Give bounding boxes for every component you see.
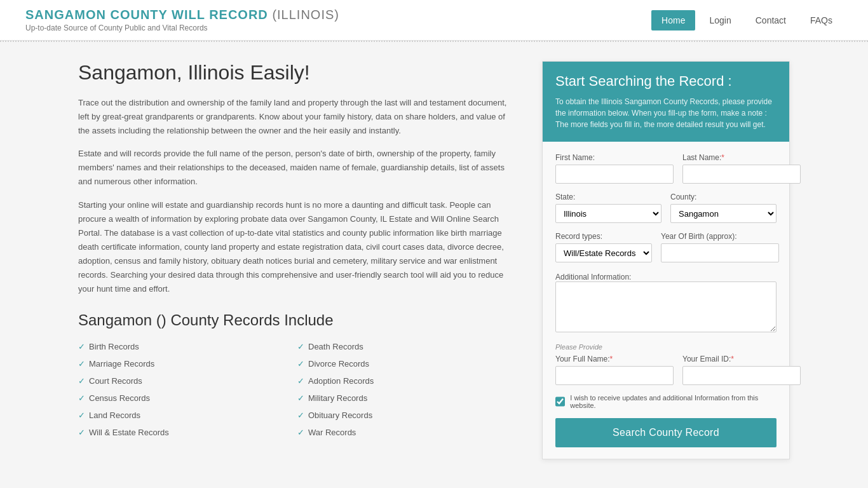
email-label: Your Email ID:*	[682, 355, 801, 363]
records-heading: Sangamon () County Records Include	[78, 311, 517, 329]
list-item: ✓ Adoption Records	[297, 374, 517, 388]
nav-contact[interactable]: Contact	[745, 10, 796, 30]
year-birth-label: Year Of Birth (approx):	[661, 232, 779, 241]
search-panel: Start Searching the Record : To obtain t…	[542, 61, 790, 459]
list-item: ✓ Death Records	[297, 339, 517, 354]
state-county-row: State: Illinois Indiana Iowa Kansas Coun…	[555, 193, 776, 223]
check-icon: ✓	[297, 428, 304, 437]
check-icon: ✓	[78, 359, 85, 369]
first-name-input[interactable]	[555, 165, 674, 184]
search-county-record-button[interactable]: Search County Record	[555, 418, 776, 447]
state-select[interactable]: Illinois Indiana Iowa Kansas	[555, 204, 661, 223]
body-para3: Starting your online will estate and gua…	[78, 198, 517, 297]
search-panel-body: First Name: Last Name:* State: Illinois …	[543, 142, 789, 459]
nav-faqs[interactable]: FAQs	[800, 10, 843, 30]
year-birth-input[interactable]	[661, 243, 779, 262]
additional-group: Additional Information:	[555, 271, 776, 334]
last-name-group: Last Name:*	[682, 153, 801, 184]
newsletter-checkbox[interactable]	[555, 396, 565, 407]
check-icon: ✓	[78, 428, 85, 437]
list-item: ✓ War Records	[297, 425, 517, 440]
record-year-row: Record types: Will/Estate Records Birth …	[555, 232, 776, 262]
list-item: ✓ Land Records	[78, 408, 297, 423]
record-types-group: Record types: Will/Estate Records Birth …	[555, 232, 652, 262]
main-container: Sangamon, Illinois Easily! Trace out the…	[53, 42, 815, 478]
search-panel-title: Start Searching the Record :	[555, 73, 776, 90]
check-icon: ✓	[78, 376, 85, 386]
list-item: ✓ Military Records	[297, 391, 517, 405]
contact-row: Your Full Name:* Your Email ID:*	[555, 355, 776, 385]
search-panel-desc: To obtain the Illinois Sangamon County R…	[555, 96, 776, 130]
body-para2: Estate and will records provide the full…	[78, 147, 517, 189]
check-icon: ✓	[297, 393, 304, 403]
check-icon: ✓	[297, 342, 304, 351]
state-label: State:	[555, 193, 661, 201]
list-item: ✓ Will & Estate Records	[78, 425, 297, 440]
county-label: County:	[670, 193, 776, 201]
records-grid: ✓ Birth Records ✓ Death Records ✓ Marria…	[78, 339, 517, 440]
newsletter-checkbox-row: I wish to receive updates and additional…	[555, 394, 776, 409]
record-types-select[interactable]: Will/Estate Records Birth Records Death …	[555, 243, 652, 262]
email-input[interactable]	[682, 366, 801, 385]
body-para1: Trace out the distribution and ownership…	[78, 96, 517, 138]
newsletter-label[interactable]: I wish to receive updates and additional…	[570, 394, 776, 409]
search-panel-header: Start Searching the Record : To obtain t…	[543, 62, 789, 142]
list-item: ✓ Court Records	[78, 374, 297, 388]
year-birth-group: Year Of Birth (approx):	[661, 232, 779, 262]
full-name-group: Your Full Name:*	[555, 355, 674, 385]
last-name-label: Last Name:*	[682, 153, 801, 162]
list-item: ✓ Divorce Records	[297, 356, 517, 371]
check-icon: ✓	[297, 376, 304, 386]
header-left: SANGAMON COUNTY WILL RECORD (ILLINOIS) U…	[25, 8, 339, 32]
list-item: ✓ Census Records	[78, 391, 297, 405]
site-title: SANGAMON COUNTY WILL RECORD (ILLINOIS)	[25, 8, 339, 22]
check-icon: ✓	[78, 393, 85, 403]
check-icon: ✓	[78, 410, 85, 420]
list-item: ✓ Marriage Records	[78, 356, 297, 371]
provide-label: Please Provide	[555, 343, 776, 351]
first-name-label: First Name:	[555, 153, 674, 162]
email-group: Your Email ID:*	[682, 355, 801, 385]
check-icon: ✓	[78, 342, 85, 351]
main-nav: Home Login Contact FAQs	[651, 10, 843, 30]
list-item: ✓ Obituary Records	[297, 408, 517, 423]
county-group: County: Sangamon Cook DuPage Lake	[670, 193, 776, 223]
state-group: State: Illinois Indiana Iowa Kansas	[555, 193, 661, 223]
left-content: Sangamon, Illinois Easily! Trace out the…	[78, 61, 517, 440]
additional-label: Additional Information:	[555, 273, 631, 281]
header: SANGAMON COUNTY WILL RECORD (ILLINOIS) U…	[0, 0, 868, 41]
last-name-input[interactable]	[682, 165, 801, 184]
check-icon: ✓	[297, 410, 304, 420]
list-item: ✓ Birth Records	[78, 339, 297, 354]
check-icon: ✓	[297, 359, 304, 369]
full-name-label: Your Full Name:*	[555, 355, 674, 363]
additional-textarea[interactable]	[555, 281, 776, 332]
record-types-label: Record types:	[555, 232, 652, 241]
nav-home[interactable]: Home	[651, 10, 695, 30]
first-name-group: First Name:	[555, 153, 674, 184]
full-name-input[interactable]	[555, 366, 674, 385]
nav-login[interactable]: Login	[699, 10, 741, 30]
site-subtitle: Up-to-date Source of County Public and V…	[25, 24, 339, 32]
name-row: First Name: Last Name:*	[555, 153, 776, 184]
page-heading: Sangamon, Illinois Easily!	[78, 61, 517, 85]
county-select[interactable]: Sangamon Cook DuPage Lake	[670, 204, 776, 223]
